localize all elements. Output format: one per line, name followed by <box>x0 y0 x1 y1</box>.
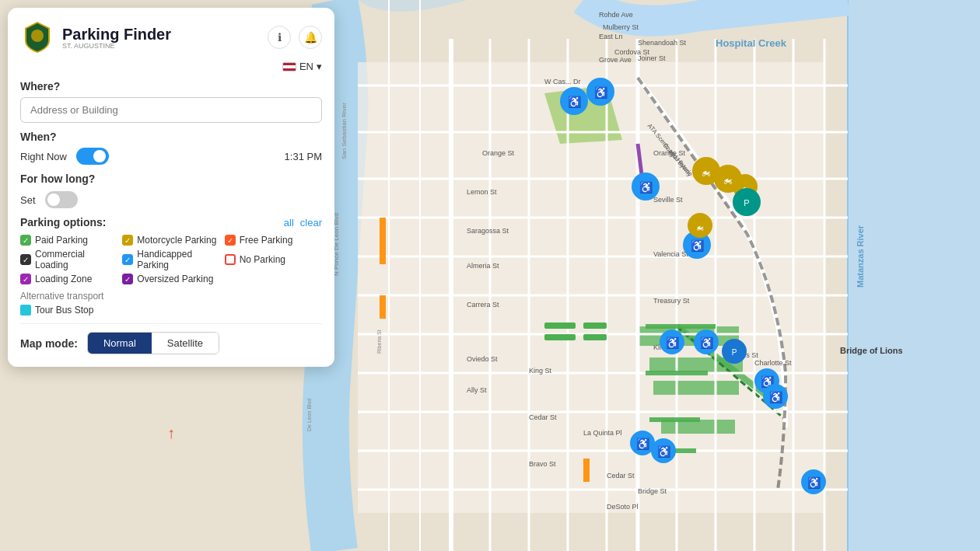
satellite-mode-button[interactable]: Satellite <box>152 333 219 354</box>
svg-text:Seville St: Seville St <box>653 196 683 204</box>
svg-rect-115 <box>583 334 607 340</box>
loading-zone-checkbox[interactable]: ✓ <box>20 274 31 284</box>
svg-text:♿: ♿ <box>666 337 680 350</box>
svg-text:P: P <box>744 198 749 207</box>
bell-button[interactable]: 🔔 <box>299 26 322 49</box>
lang-row: EN ▾ <box>20 61 322 72</box>
svg-text:Valencia St: Valencia St <box>653 250 688 258</box>
svg-text:DeSoto Pl: DeSoto Pl <box>607 503 639 511</box>
svg-text:♿: ♿ <box>807 476 821 490</box>
clear-button[interactable]: clear <box>300 217 322 228</box>
svg-text:San Sebastian River: San Sebastian River <box>341 103 348 159</box>
oversized-parking-checkbox[interactable]: ✓ <box>122 274 133 284</box>
loading-zone-label: Loading Zone <box>35 274 92 284</box>
map-mode-label: Map mode: <box>20 337 78 350</box>
north-arrow: ↑ <box>167 424 175 442</box>
option-motorcycle-parking[interactable]: ✓ Motorcycle Parking <box>122 235 219 246</box>
free-parking-label: Free Parking <box>240 235 293 246</box>
time-display: 1:31 PM <box>285 151 322 162</box>
motorcycle-parking-checkbox[interactable]: ✓ <box>122 235 133 246</box>
svg-text:Riberia St: Riberia St <box>376 330 382 354</box>
panel: Parking Finder ST. AUGUSTINE ℹ 🔔 EN ▾ Wh… <box>8 8 334 367</box>
svg-rect-114 <box>583 323 607 329</box>
svg-text:Oviedo St: Oviedo St <box>467 355 498 363</box>
option-paid-parking[interactable]: ✓ Paid Parking <box>20 235 117 246</box>
svg-text:W Cas... Dr: W Cas... Dr <box>544 78 581 85</box>
duration-toggle[interactable] <box>45 191 78 208</box>
panel-header: Parking Finder ST. AUGUSTINE ℹ 🔔 <box>20 20 322 54</box>
svg-text:♿: ♿ <box>700 337 714 350</box>
duration-label: For how long? <box>20 173 322 185</box>
svg-text:♿: ♿ <box>594 86 608 99</box>
commercial-loading-checkbox[interactable]: ✓ <box>20 254 31 265</box>
paid-parking-checkbox[interactable]: ✓ <box>20 235 31 246</box>
bell-icon: 🔔 <box>304 31 317 44</box>
alt-options-row: Tour Bus Stop <box>20 305 322 316</box>
svg-text:P: P <box>732 348 737 357</box>
paid-parking-label: Paid Parking <box>35 235 88 246</box>
option-tour-bus[interactable]: Tour Bus Stop <box>20 305 93 316</box>
normal-mode-button[interactable]: Normal <box>88 333 152 354</box>
duration-row: Set <box>20 191 322 208</box>
svg-text:Carrera St: Carrera St <box>467 301 499 309</box>
svg-rect-1 <box>848 0 980 551</box>
svg-text:♿: ♿ <box>657 445 671 459</box>
svg-rect-113 <box>544 334 576 340</box>
when-label: When? <box>20 131 322 143</box>
right-now-label: Right Now <box>20 151 67 162</box>
svg-text:Almeria St: Almeria St <box>467 262 499 270</box>
svg-text:Lemon St: Lemon St <box>467 188 497 196</box>
parking-options-title: Parking options: <box>20 216 106 228</box>
svg-text:Matanzas River: Matanzas River <box>856 225 865 288</box>
svg-text:♿: ♿ <box>639 181 653 194</box>
svg-text:Saragossa St: Saragossa St <box>467 227 509 235</box>
handicapped-parking-checkbox[interactable]: ✓ <box>122 254 133 265</box>
svg-text:🏍: 🏍 <box>696 223 704 232</box>
app-title: Parking Finder <box>62 26 171 44</box>
option-handicapped-parking[interactable]: ✓ Handicapped Parking <box>122 249 219 270</box>
option-loading-zone[interactable]: ✓ Loading Zone <box>20 274 117 284</box>
free-parking-checkbox[interactable]: ✓ <box>225 235 236 246</box>
option-oversized-parking[interactable]: ✓ Oversized Parking <box>122 274 219 284</box>
parking-options-grid: ✓ Paid Parking ✓ Motorcycle Parking ✓ Fr… <box>20 235 322 284</box>
info-button[interactable]: ℹ <box>268 26 291 49</box>
header-left: Parking Finder ST. AUGUSTINE <box>20 20 171 54</box>
svg-rect-39 <box>583 459 590 482</box>
svg-text:Charlotte St: Charlotte St <box>754 359 792 367</box>
svg-text:Treasury St: Treasury St <box>653 297 690 305</box>
option-free-parking[interactable]: ✓ Free Parking <box>225 235 322 246</box>
lang-label: EN <box>299 61 313 72</box>
all-button[interactable]: all <box>284 217 294 228</box>
us-flag-icon <box>282 62 296 71</box>
tour-bus-icon <box>20 305 31 316</box>
tour-bus-label: Tour Bus Stop <box>35 305 93 316</box>
mode-buttons: Normal Satellite <box>87 332 219 354</box>
option-no-parking[interactable]: No Parking <box>225 249 322 270</box>
map-mode-row: Map mode: Normal Satellite <box>20 332 322 354</box>
svg-text:Grove Ave: Grove Ave <box>599 56 632 64</box>
language-button[interactable]: EN ▾ <box>282 61 322 72</box>
handicapped-parking-label: Handicapped Parking <box>137 249 219 270</box>
header-icons: ℹ 🔔 <box>268 26 322 49</box>
svg-text:Cedar St: Cedar St <box>607 472 635 480</box>
no-parking-checkbox[interactable] <box>225 254 236 265</box>
motorcycle-parking-label: Motorcycle Parking <box>137 235 216 246</box>
svg-text:♿: ♿ <box>769 391 783 404</box>
chevron-down-icon: ▾ <box>317 61 322 72</box>
svg-point-116 <box>31 30 44 42</box>
info-icon: ℹ <box>278 31 282 44</box>
svg-text:Cordova St: Cordova St <box>614 48 650 56</box>
svg-rect-6 <box>653 381 739 395</box>
svg-text:Cedar St: Cedar St <box>529 413 557 421</box>
option-commercial-loading[interactable]: ✓ Commercial Loading <box>20 249 117 270</box>
svg-text:♿: ♿ <box>636 438 650 451</box>
logo-shield <box>20 20 54 54</box>
svg-text:Ally St: Ally St <box>467 386 487 394</box>
svg-text:King St: King St <box>529 367 552 375</box>
divider <box>20 323 322 324</box>
svg-text:🏍: 🏍 <box>723 175 733 186</box>
address-input[interactable] <box>20 97 322 123</box>
when-toggle[interactable] <box>76 148 109 165</box>
where-label: Where? <box>20 80 322 92</box>
svg-text:Mulberry St: Mulberry St <box>603 23 639 31</box>
